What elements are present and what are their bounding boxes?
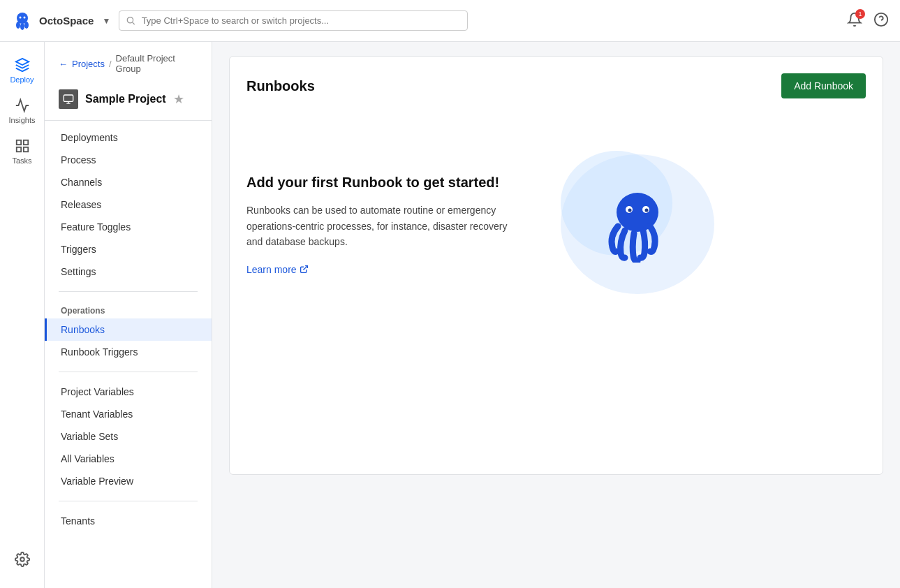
nav-item-all-variables[interactable]: All Variables bbox=[45, 448, 212, 470]
svg-rect-10 bbox=[16, 140, 20, 145]
notification-badge: 1 bbox=[855, 9, 865, 19]
external-link-icon bbox=[300, 265, 309, 274]
nav-divider-3 bbox=[59, 501, 198, 501]
nav-sidebar: ← Projects / Default Project Group Sampl… bbox=[45, 42, 212, 588]
app-logo[interactable]: OctoSpace bbox=[11, 10, 94, 32]
search-icon bbox=[126, 16, 135, 26]
nav-item-tenants[interactable]: Tenants bbox=[45, 510, 212, 532]
icon-sidebar: Deploy Insights Tasks bbox=[0, 42, 45, 588]
back-arrow[interactable]: ← bbox=[59, 59, 68, 69]
svg-rect-11 bbox=[23, 140, 27, 145]
help-button[interactable] bbox=[873, 12, 889, 29]
nav-item-variable-sets[interactable]: Variable Sets bbox=[45, 425, 212, 448]
add-runbook-button[interactable]: Add Runbook bbox=[781, 73, 866, 98]
nav-item-triggers[interactable]: Triggers bbox=[45, 238, 212, 260]
learn-more-link[interactable]: Learn more bbox=[246, 264, 309, 275]
empty-state-heading: Add your first Runbook to get started! bbox=[246, 173, 512, 191]
project-title-row: Sample Project ★ bbox=[45, 89, 212, 121]
nav-item-process[interactable]: Process bbox=[45, 149, 212, 171]
nav-divider-1 bbox=[59, 291, 198, 292]
project-icon bbox=[59, 89, 78, 109]
breadcrumb-group: Default Project Group bbox=[116, 53, 198, 74]
octopus-icon bbox=[603, 186, 672, 263]
svg-rect-12 bbox=[16, 147, 20, 152]
search-bar[interactable] bbox=[119, 10, 468, 31]
svg-rect-13 bbox=[23, 147, 27, 152]
sidebar-item-insights-label: Insights bbox=[9, 116, 36, 124]
nav-divider-2 bbox=[59, 372, 198, 372]
svg-point-3 bbox=[24, 22, 29, 29]
app-name: OctoSpace bbox=[39, 15, 94, 27]
svg-point-1 bbox=[16, 22, 20, 29]
main-content: Runbooks Add Runbook Add your first Runb… bbox=[212, 42, 900, 588]
empty-state-text: Add your first Runbook to get started! R… bbox=[246, 173, 512, 274]
notifications-button[interactable]: 1 bbox=[847, 12, 862, 29]
runbooks-header: Runbooks Add Runbook bbox=[246, 73, 866, 98]
octopus-illustration bbox=[554, 140, 721, 308]
svg-point-4 bbox=[20, 16, 22, 18]
nav-item-settings[interactable]: Settings bbox=[45, 260, 212, 283]
svg-point-2 bbox=[20, 23, 24, 30]
svg-line-7 bbox=[133, 22, 135, 24]
sidebar-item-deploy[interactable]: Deploy bbox=[0, 50, 44, 91]
nav-item-tenant-variables[interactable]: Tenant Variables bbox=[45, 403, 212, 425]
body-layout: Deploy Insights Tasks bbox=[0, 42, 900, 588]
sidebar-item-deploy-label: Deploy bbox=[10, 75, 34, 84]
project-title: Sample Project bbox=[85, 93, 166, 105]
breadcrumb: ← Projects / Default Project Group bbox=[45, 53, 212, 81]
sidebar-item-tasks-label: Tasks bbox=[12, 156, 31, 165]
nav-item-project-variables[interactable]: Project Variables bbox=[45, 381, 212, 403]
favorite-star[interactable]: ★ bbox=[173, 91, 184, 107]
app-dropdown-chevron[interactable]: ▼ bbox=[102, 16, 110, 26]
sidebar-item-insights[interactable]: Insights bbox=[0, 91, 44, 131]
svg-point-24 bbox=[628, 209, 632, 212]
learn-more-text: Learn more bbox=[246, 264, 297, 275]
svg-point-6 bbox=[128, 17, 133, 22]
nav-item-runbooks[interactable]: Runbooks bbox=[45, 318, 212, 341]
nav-item-runbook-triggers[interactable]: Runbook Triggers bbox=[45, 341, 212, 363]
breadcrumb-separator: / bbox=[109, 59, 112, 69]
search-input[interactable] bbox=[142, 15, 461, 26]
runbooks-panel: Runbooks Add Runbook Add your first Runb… bbox=[229, 56, 883, 475]
sidebar-item-tasks[interactable]: Tasks bbox=[0, 131, 44, 172]
svg-line-18 bbox=[303, 266, 307, 270]
empty-state-description: Runbooks can be used to automate routine… bbox=[246, 203, 512, 249]
topbar: OctoSpace ▼ 1 bbox=[0, 0, 900, 42]
nav-item-feature-toggles[interactable]: Feature Toggles bbox=[45, 216, 212, 238]
sidebar-item-settings[interactable] bbox=[0, 545, 44, 574]
breadcrumb-projects[interactable]: Projects bbox=[72, 59, 105, 69]
nav-item-releases[interactable]: Releases bbox=[45, 193, 212, 216]
operations-section-label: Operations bbox=[45, 300, 212, 318]
runbooks-title: Runbooks bbox=[246, 78, 315, 94]
nav-item-channels[interactable]: Channels bbox=[45, 171, 212, 193]
topbar-actions: 1 bbox=[847, 12, 889, 29]
svg-point-14 bbox=[20, 557, 24, 561]
nav-item-deployments[interactable]: Deployments bbox=[45, 126, 212, 149]
svg-point-25 bbox=[645, 209, 649, 212]
empty-state: Add your first Runbook to get started! R… bbox=[246, 126, 866, 322]
svg-rect-15 bbox=[64, 95, 73, 101]
nav-item-variable-preview[interactable]: Variable Preview bbox=[45, 470, 212, 492]
svg-point-5 bbox=[24, 16, 26, 18]
